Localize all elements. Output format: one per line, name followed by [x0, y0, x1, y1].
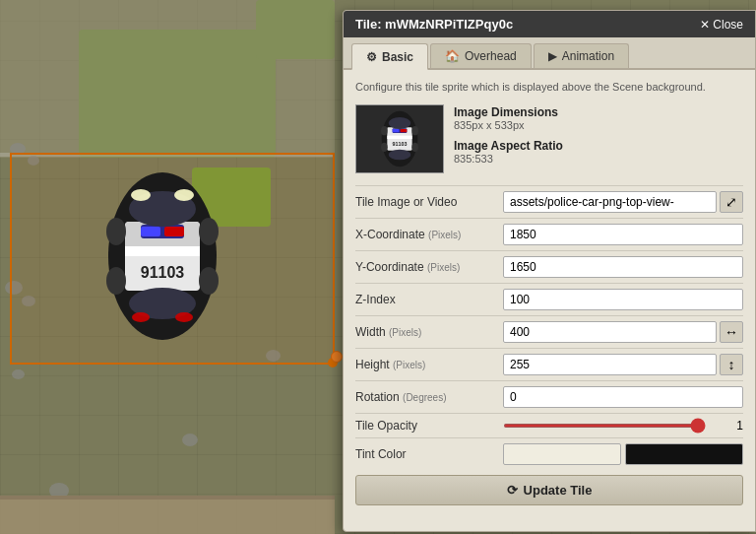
z-index-input[interactable] — [503, 289, 743, 310]
update-tile-label: Update Tile — [524, 483, 593, 498]
width-lock-button[interactable]: ↔ — [720, 321, 743, 343]
tab-bar: ⚙ Basic 🏠 Overhead ▶ Animation — [344, 37, 755, 70]
height-input[interactable] — [503, 354, 717, 375]
basic-tab-icon: ⚙ — [366, 50, 377, 64]
svg-point-16 — [106, 267, 126, 295]
label-opacity: Tile Opacity — [355, 419, 503, 433]
svg-text:91103: 91103 — [141, 264, 185, 281]
description-text: Configure this tile sprite which is disp… — [355, 80, 743, 95]
image-info-row: 91103 Image Dimensions 835px x 533px Ima… — [355, 104, 743, 173]
stone-8 — [182, 434, 198, 446]
svg-point-24 — [389, 117, 411, 129]
tile-panel: Tile: mWMzNRPiTIZPqy0c ✕ Close ⚙ Basic 🏠… — [343, 10, 756, 532]
overhead-tab-label: Overhead — [465, 49, 517, 63]
width-input[interactable] — [503, 321, 717, 343]
svg-point-12 — [175, 312, 193, 322]
svg-point-30 — [411, 143, 418, 152]
tint-color-swatch-light[interactable] — [503, 443, 621, 465]
tile-image-browse-button[interactable]: ⤢ — [720, 191, 743, 213]
opacity-value: 1 — [714, 419, 743, 433]
close-button[interactable]: ✕ Close — [700, 18, 743, 32]
field-z-index: Z-Index — [355, 283, 743, 310]
field-height: Height (Pixels) ↕ — [355, 348, 743, 375]
label-tile-image: Tile Image or Video — [355, 195, 503, 209]
tab-overhead[interactable]: 🏠 Overhead — [430, 43, 532, 68]
animation-tab-label: Animation — [562, 49, 614, 63]
panel-title-bar: Tile: mWMzNRPiTIZPqy0c ✕ Close — [344, 11, 755, 37]
svg-point-25 — [389, 150, 411, 161]
svg-rect-20 — [387, 136, 411, 139]
tile-image-input[interactable] — [503, 191, 717, 213]
label-x-coord: X-Coordinate (Pixels) — [355, 228, 503, 241]
field-rotation: Rotation (Degrees) — [355, 380, 743, 408]
svg-point-15 — [199, 218, 219, 245]
road-area — [0, 0, 335, 158]
update-tile-icon: ⟳ — [507, 483, 518, 498]
svg-point-27 — [381, 126, 388, 135]
bottom-road — [0, 500, 335, 534]
tab-basic[interactable]: ⚙ Basic — [351, 43, 428, 70]
svg-rect-6 — [164, 227, 184, 236]
y-coord-input[interactable] — [503, 256, 743, 278]
overhead-tab-icon: 🏠 — [445, 49, 460, 63]
field-x-coord: X-Coordinate (Pixels) — [355, 218, 743, 245]
label-rotation: Rotation (Degrees) — [355, 390, 503, 404]
police-car-sprite: 91103 — [54, 167, 271, 348]
basic-tab-label: Basic — [382, 50, 413, 64]
field-tile-image: Tile Image or Video ⤢ — [355, 185, 743, 213]
label-tint: Tint Color — [355, 447, 503, 461]
svg-point-14 — [106, 218, 126, 245]
aspect-ratio-label: Image Aspect Ratio — [454, 139, 563, 153]
x-coord-input[interactable] — [503, 224, 743, 245]
tint-color-group — [503, 443, 743, 465]
opacity-slider[interactable] — [503, 424, 706, 428]
svg-point-29 — [381, 143, 388, 152]
svg-point-10 — [174, 189, 194, 201]
stone-7 — [12, 369, 25, 379]
field-tint: Tint Color — [355, 437, 743, 465]
panel-title-text: Tile: mWMzNRPiTIZPqy0c — [355, 17, 513, 32]
image-preview: 91103 — [355, 104, 444, 173]
svg-point-17 — [199, 267, 219, 295]
svg-rect-22 — [393, 129, 400, 132]
aspect-ratio-value: 835:533 — [454, 153, 563, 165]
svg-rect-23 — [401, 129, 408, 132]
animation-tab-icon: ▶ — [548, 49, 557, 63]
opacity-slider-group: 1 — [503, 419, 743, 433]
width-input-group: ↔ — [503, 321, 743, 343]
svg-point-9 — [131, 189, 151, 201]
resize-handle[interactable] — [331, 351, 343, 363]
label-width: Width (Pixels) — [355, 325, 503, 339]
svg-rect-5 — [141, 227, 160, 236]
field-width: Width (Pixels) ↔ — [355, 315, 743, 343]
update-tile-button[interactable]: ⟳ Update Tile — [355, 475, 743, 505]
height-lock-button[interactable]: ↕ — [720, 354, 743, 375]
rotation-input[interactable] — [503, 386, 743, 408]
label-height: Height (Pixels) — [355, 358, 503, 371]
field-opacity: Tile Opacity 1 — [355, 413, 743, 433]
image-details: Image Dimensions 835px x 533px Image Asp… — [454, 104, 563, 173]
svg-point-28 — [411, 126, 418, 135]
tile-image-input-group: ⤢ — [503, 191, 743, 213]
field-y-coord: Y-Coordinate (Pixels) — [355, 250, 743, 278]
tab-animation[interactable]: ▶ Animation — [534, 43, 629, 68]
dimensions-label: Image Dimensions — [454, 105, 563, 119]
tint-color-swatch-dark[interactable] — [625, 443, 743, 465]
svg-rect-3 — [125, 246, 200, 256]
label-y-coord: Y-Coordinate (Pixels) — [355, 260, 503, 274]
height-input-group: ↕ — [503, 354, 743, 375]
svg-point-11 — [132, 312, 150, 322]
svg-text:91103: 91103 — [393, 142, 408, 148]
bottom-road-edge — [0, 496, 335, 500]
panel-body: Configure this tile sprite which is disp… — [344, 70, 755, 515]
dimensions-value: 835px x 533px — [454, 119, 563, 131]
label-z-index: Z-Index — [355, 293, 503, 306]
